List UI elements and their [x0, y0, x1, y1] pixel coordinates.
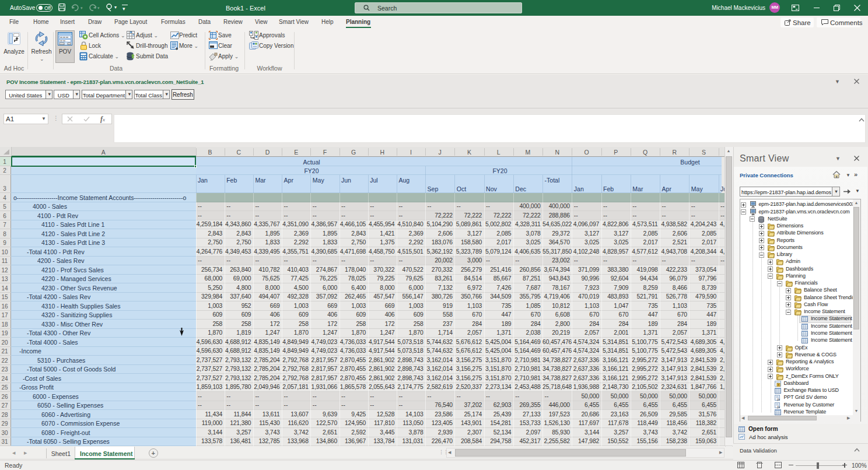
svg-text:fx: fx — [777, 397, 780, 401]
svg-text:fx: fx — [777, 404, 780, 408]
